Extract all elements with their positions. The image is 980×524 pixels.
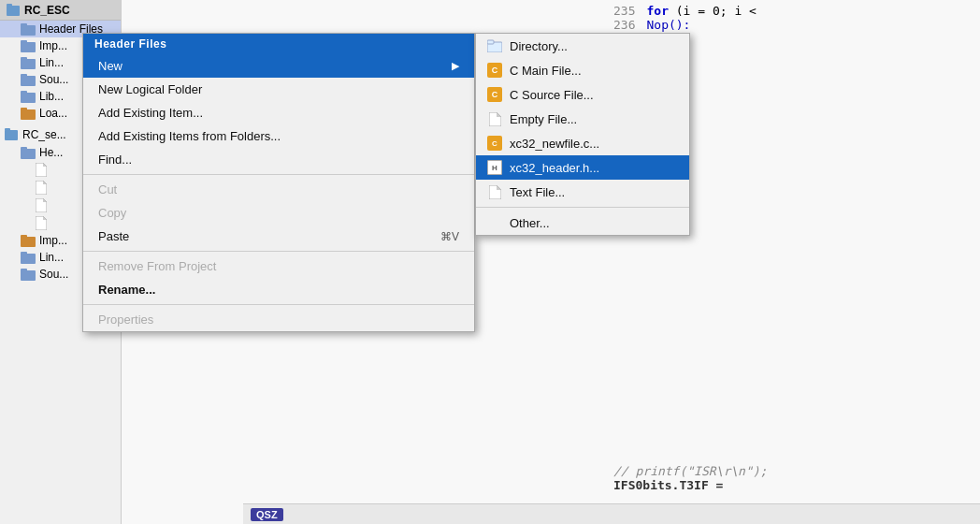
menu-item-new[interactable]: New ▶ (83, 54, 474, 78)
menu-item-cut: Cut (83, 178, 474, 201)
paste-shortcut: ⌘V (440, 230, 459, 243)
svg-rect-31 (21, 269, 27, 272)
menu-separator-2 (83, 251, 474, 252)
submenu-item-empty-file[interactable]: Empty File... (476, 107, 689, 131)
svg-rect-15 (5, 128, 10, 131)
sidebar-title: RC_ESC (0, 0, 122, 21)
folder-icon (21, 39, 36, 52)
sidebar-title-text: RC_ESC (24, 4, 70, 17)
svg-marker-36 (489, 185, 501, 199)
c-source-file-icon: C (487, 87, 502, 102)
submenu-item-c-main-file[interactable]: C C Main File... (476, 58, 689, 82)
menu-item-copy: Copy (83, 201, 474, 225)
sidebar-item-label: Imp... (39, 39, 67, 52)
submenu-item-directory[interactable]: Directory... (476, 34, 689, 58)
svg-rect-33 (487, 40, 494, 44)
submenu-item-xc32-header[interactable]: H xc32_header.h... (476, 155, 689, 180)
svg-rect-1 (7, 4, 12, 7)
directory-icon (487, 38, 502, 53)
xc32-newfile-icon: C (487, 136, 502, 151)
menu-item-find[interactable]: Find... (83, 148, 474, 171)
context-menu: Header Files New ▶ New Logical Folder Ad… (82, 33, 475, 332)
menu-item-add-existing-item[interactable]: Add Existing Item... (83, 101, 474, 124)
svg-rect-3 (21, 23, 27, 27)
folder-icon (21, 146, 36, 159)
menu-separator-3 (83, 304, 474, 305)
menu-item-label: Paste (98, 229, 129, 243)
code-comment: // printf("ISR\r\n"); (613, 464, 973, 478)
submenu-item-label: xc32_header.h... (510, 161, 599, 175)
file-icon (36, 163, 47, 177)
menu-separator-1 (83, 174, 474, 175)
menu-item-label: Find... (98, 153, 132, 167)
svg-marker-37 (497, 185, 501, 190)
context-menu-header: Header Files (83, 34, 474, 54)
menu-item-label: Remove From Project (98, 259, 216, 273)
submenu-item-label: Directory... (510, 39, 568, 53)
folder-icon (21, 22, 36, 36)
svg-marker-34 (489, 112, 501, 126)
submenu-item-label: C Source File... (510, 88, 594, 102)
svg-rect-0 (7, 6, 20, 16)
sidebar-item-label: Sou... (39, 73, 68, 86)
project-icon (6, 3, 21, 18)
sidebar-item-label: Lin... (39, 251, 64, 264)
submenu-item-c-source-file[interactable]: C C Source File... (476, 82, 689, 107)
submenu-item-xc32-newfile[interactable]: C xc32_newfile.c... (476, 131, 689, 155)
sidebar-item-label: Loa... (39, 107, 67, 120)
bottom-code: // printf("ISR\r\n"); IFS0bits.T3IF = (606, 460, 980, 496)
menu-item-label: Properties (98, 313, 153, 327)
svg-rect-29 (21, 252, 27, 255)
line-num-235: 235 (613, 4, 646, 18)
status-badge: QSZ (251, 508, 283, 521)
menu-item-label: New (98, 59, 122, 73)
submenu-item-label: C Main File... (510, 64, 582, 78)
menu-item-rename[interactable]: Rename... (83, 278, 474, 301)
submenu-item-label: Other... (510, 216, 550, 230)
file-icon (36, 198, 47, 212)
sidebar-item-label: Imp... (39, 234, 67, 247)
folder-icon (21, 90, 36, 103)
menu-item-label: Rename... (98, 283, 155, 297)
menu-item-label: Copy (98, 206, 126, 220)
svg-rect-7 (21, 57, 27, 61)
submenu-item-text-file[interactable]: Text File... (476, 180, 689, 204)
menu-item-label: Add Existing Item... (98, 106, 203, 120)
submenu-item-label: Text File... (510, 185, 565, 199)
menu-item-paste[interactable]: Paste ⌘V (83, 225, 474, 248)
code-content-236: Nop(): (646, 18, 973, 32)
folder-icon (21, 73, 36, 86)
submenu-item-other[interactable]: Other... (476, 211, 689, 235)
svg-rect-27 (21, 235, 27, 239)
svg-marker-35 (497, 112, 501, 117)
code-line-235: 235 for (i = 0; i < (613, 4, 973, 18)
line-num-236: 236 (613, 18, 646, 32)
menu-item-new-logical-folder[interactable]: New Logical Folder (83, 78, 474, 101)
project-icon (4, 127, 19, 142)
menu-item-remove-from-project: Remove From Project (83, 255, 474, 278)
folder-orange-icon (21, 234, 36, 247)
other-icon (487, 215, 502, 230)
svg-rect-17 (21, 147, 27, 151)
menu-item-properties: Properties (83, 308, 474, 331)
menu-item-add-existing-items-folders[interactable]: Add Existing Items from Folders... (83, 124, 474, 148)
folder-icon (21, 268, 36, 281)
file-icon (36, 216, 47, 230)
submenu-item-label: Empty File... (510, 112, 577, 126)
submenu: Directory... C C Main File... C C Source… (475, 33, 690, 236)
sidebar-item-label: Sou... (39, 268, 68, 281)
svg-rect-14 (5, 130, 18, 140)
xc32-header-icon: H (487, 160, 502, 175)
menu-item-label: New Logical Folder (98, 82, 202, 96)
status-bar: QSZ (243, 503, 980, 524)
submenu-arrow-icon: ▶ (452, 60, 459, 72)
svg-rect-9 (21, 74, 27, 78)
submenu-item-label: xc32_newfile.c... (510, 137, 599, 151)
sidebar-item-label: Lib... (39, 90, 64, 103)
svg-rect-11 (21, 91, 27, 95)
submenu-separator (476, 207, 689, 208)
text-file-icon (487, 184, 502, 199)
file-icon (36, 181, 47, 195)
c-main-file-icon: C (487, 63, 502, 78)
sidebar-item-label: He... (39, 146, 63, 159)
